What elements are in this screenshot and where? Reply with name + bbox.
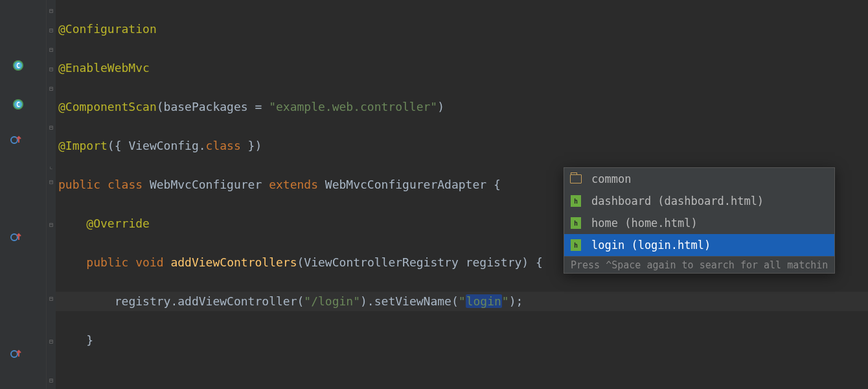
autocomplete-item[interactable]: hdashboard (dashboard.html)	[564, 190, 834, 212]
fold-toggle-icon[interactable]: ⊟	[47, 86, 55, 93]
annotation: @EnableWebMvc	[58, 61, 150, 75]
attr-key: basePackages	[164, 100, 248, 113]
fold-toggle-icon[interactable]: ⊟	[47, 222, 55, 230]
html-file-icon: h	[569, 194, 582, 207]
html-file-icon: h	[569, 217, 582, 230]
spring-bean-icon[interactable]: C	[9, 56, 25, 72]
fold-toggle-icon[interactable]: ⊟	[47, 8, 55, 16]
autocomplete-label: common	[591, 168, 631, 190]
fold-toggle-icon[interactable]: ⊟	[47, 338, 55, 346]
current-line: registry.addViewController("/login").set…	[56, 292, 868, 311]
annotation: @Override	[86, 217, 150, 230]
autocomplete-item[interactable]: common	[564, 168, 834, 190]
fold-toggle-icon[interactable]: ⊟	[47, 124, 55, 132]
annotation: @Configuration	[58, 22, 157, 36]
method-name: addViewControllers	[170, 255, 297, 269]
autocomplete-label: login (login.html)	[591, 234, 711, 256]
fold-toggle-icon[interactable]: ⊟	[47, 47, 55, 54]
fold-toggle-icon[interactable]: ⊟	[47, 296, 55, 303]
selected-token: login	[466, 294, 502, 308]
autocomplete-popup[interactable]: commonhdashboard (dashboard.html)hhome (…	[564, 167, 835, 274]
svg-point-6	[11, 137, 17, 143]
annotation: @ComponentScan	[58, 100, 157, 113]
fold-toggle-icon[interactable]: ⊟	[47, 66, 55, 74]
fold-toggle-icon[interactable]: ⊟	[47, 27, 55, 35]
class-name: WebMvcConfigurer	[150, 178, 262, 191]
override-method-icon[interactable]	[10, 134, 22, 146]
fold-toggle-icon[interactable]: ⊟	[47, 377, 55, 385]
fold-end-icon: ⌞	[47, 163, 55, 171]
folder-icon	[569, 172, 582, 185]
keyword: public	[58, 178, 100, 191]
fold-toggle-icon[interactable]: ⊟	[47, 179, 55, 187]
svg-text:C: C	[16, 101, 20, 108]
html-file-icon: h	[569, 239, 582, 252]
autocomplete-label: home (home.html)	[591, 212, 698, 234]
autocomplete-label: dashboard (dashboard.html)	[591, 190, 764, 212]
svg-point-8	[11, 351, 17, 357]
svg-point-7	[11, 234, 17, 241]
editor-gutter: CC	[0, 0, 47, 389]
string-literal: "example.web.controller"	[269, 100, 437, 113]
override-method-icon[interactable]	[10, 231, 22, 243]
autocomplete-item[interactable]: hlogin (login.html)	[564, 234, 834, 256]
svg-text:C: C	[16, 62, 20, 69]
spring-bean-icon[interactable]: C	[9, 95, 25, 111]
override-method-icon[interactable]	[10, 348, 22, 360]
fold-column	[47, 0, 56, 389]
autocomplete-item[interactable]: hhome (home.html)	[564, 212, 834, 234]
autocomplete-hint: Press ^Space again to search for all mat…	[564, 256, 834, 273]
annotation: @Import	[58, 139, 108, 152]
